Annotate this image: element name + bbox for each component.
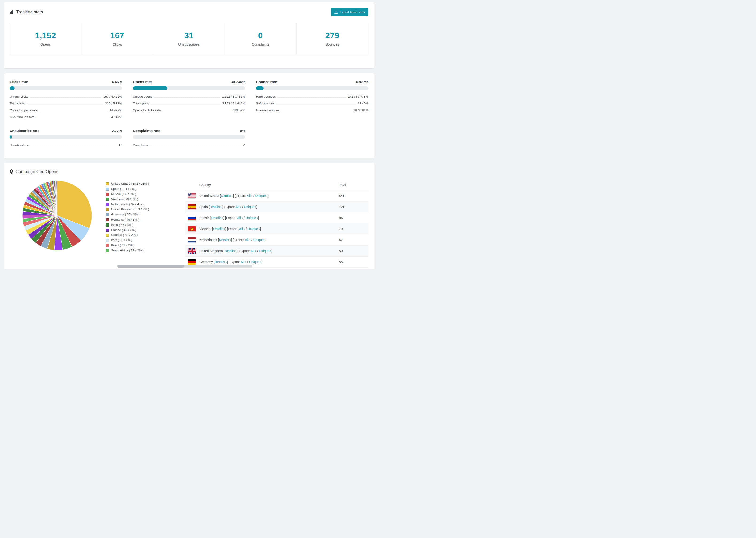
export-unique-link[interactable]: Unique ›: [244, 205, 256, 209]
rate-detail-label: Hard bounces: [256, 95, 276, 98]
flag-vn-icon: [188, 226, 196, 232]
details-link[interactable]: Details ›: [211, 216, 223, 220]
rate-detail-value: 4.147%: [111, 115, 122, 119]
details-link[interactable]: Details ›: [215, 260, 227, 264]
country-column-header: Country: [188, 183, 339, 187]
rate-detail-row: Hard bounces242 / 86.738%: [256, 93, 368, 100]
stat-box-clicks: 167 Clicks: [81, 23, 153, 55]
details-link[interactable]: Details ›: [219, 238, 231, 242]
rate-detail-value: 18 / 0%: [357, 102, 368, 105]
rate-detail-value: 242 / 86.738%: [348, 95, 368, 98]
export-all-link[interactable]: All ›: [237, 216, 243, 220]
geo-table-header: Country Total: [185, 180, 368, 190]
export-prefix-text: ] [Export:: [233, 194, 247, 198]
legend-item: Spain ( 121 / 7% ): [106, 187, 159, 191]
country-name: United States: [199, 194, 219, 198]
export-unique-link[interactable]: Unique ›: [255, 194, 268, 198]
bracket-text: ]: [256, 205, 257, 209]
horizontal-scrollbar-thumb[interactable]: [117, 265, 184, 268]
country-cell: United Kingdom [Details ›] [Export: All …: [199, 249, 339, 253]
bracket-text: [: [219, 194, 221, 198]
unsubscribe-rate-title: Unsubscribe rate: [10, 129, 39, 133]
legend-label: Romania ( 49 / 3% ): [111, 218, 139, 222]
geo-pie-chart: [22, 180, 92, 252]
complaints-count: 0: [225, 31, 296, 40]
legend-swatch: [106, 249, 109, 252]
horizontal-scrollbar[interactable]: [117, 265, 252, 268]
legend-item: India ( 46 / 3% ): [106, 223, 159, 227]
flag-gb-icon: [188, 248, 196, 254]
legend-label: Canada ( 40 / 2% ): [111, 233, 137, 237]
geo-table-row: United Kingdom [Details ›] [Export: All …: [185, 245, 368, 256]
export-all-link[interactable]: All ›: [241, 260, 246, 264]
opens-count: 1,152: [10, 31, 81, 40]
bounce-rate-block: Bounce rate 6.927% Hard bounces242 / 86.…: [256, 80, 368, 120]
rate-detail-value: 2,303 / 61.446%: [222, 102, 245, 105]
export-prefix-text: ] [Export:: [227, 260, 241, 264]
legend-label: France ( 42 / 2% ): [111, 228, 136, 232]
export-prefix-text: ] [Export:: [231, 238, 245, 242]
legend-swatch: [106, 224, 109, 227]
country-name: Russia: [199, 216, 209, 220]
details-link[interactable]: Details ›: [213, 227, 225, 231]
details-link[interactable]: Details ›: [221, 194, 233, 198]
tracking-stats-card: Tracking stats Export basic stats 1,152 …: [4, 2, 374, 68]
rate-detail-label: Total clicks: [10, 102, 25, 105]
flag-nl-icon: [188, 237, 196, 243]
dotted-leader: [162, 111, 231, 111]
export-prefix-text: ] [Export:: [222, 205, 236, 209]
details-link[interactable]: Details ›: [210, 205, 222, 209]
export-all-link[interactable]: All ›: [245, 238, 250, 242]
legend-label: Netherlands ( 67 / 4% ): [111, 202, 144, 206]
legend-item: Italy ( 36 / 2% ): [106, 239, 159, 242]
map-pin-icon: [10, 170, 13, 174]
legend-label: Russia ( 86 / 5% ): [111, 192, 136, 196]
rate-detail-value: 167 / 4.456%: [103, 95, 122, 98]
export-all-link[interactable]: All ›: [236, 205, 241, 209]
bracket-text: ]: [258, 216, 259, 220]
rate-detail-label: Internal bounces: [256, 108, 279, 112]
legend-item: Germany ( 55 / 3% ): [106, 213, 159, 216]
export-unique-link[interactable]: Unique ›: [253, 238, 266, 242]
unsubscribe-rate-bar: [10, 135, 122, 139]
stat-box-bounces: 279 Bounces: [297, 23, 368, 55]
rate-detail-label: Clicks to opens rate: [10, 108, 37, 112]
stat-box-opens: 1,152 Opens: [10, 23, 81, 55]
legend-item: United States ( 541 / 31% ): [106, 182, 159, 186]
country-total: 55: [339, 260, 366, 264]
rate-detail-row: Clicks to opens rate14.497%: [10, 107, 122, 113]
flag-de-icon: [188, 259, 196, 265]
export-basic-stats-button[interactable]: Export basic stats: [331, 8, 368, 16]
export-prefix-text: ] [Export:: [237, 249, 250, 253]
export-unique-link[interactable]: Unique ›: [259, 249, 271, 253]
bounce-rate-bar-fill: [256, 86, 264, 90]
bracket-text: ]: [260, 227, 261, 231]
legend-swatch: [106, 203, 109, 206]
export-all-link[interactable]: All ›: [247, 194, 252, 198]
opens-rate-details: Unique opens1,152 / 30.736%Total opens2,…: [133, 93, 245, 113]
campaign-geo-opens-card: Campaign Geo Opens United States ( 541 /…: [4, 163, 374, 269]
opens-label: Opens: [10, 42, 81, 46]
unsubscribe-rate-block: Unsubscribe rate 0.77% Unsubscribes31: [10, 129, 122, 149]
export-unique-link[interactable]: Unique ›: [249, 260, 261, 264]
unsubscribe-rate-percent: 0.77%: [112, 129, 122, 133]
export-unique-link[interactable]: Unique ›: [247, 227, 260, 231]
legend-item: United Kingdom ( 59 / 3% ): [106, 208, 159, 211]
tracking-stats-title-text: Tracking stats: [16, 10, 43, 15]
country-name: United Kingdom: [199, 249, 223, 253]
details-link[interactable]: Details ›: [225, 249, 237, 253]
complaints-label: Complaints: [225, 42, 296, 46]
rate-detail-label: Unsubscribes: [10, 144, 29, 147]
country-cell: United States [Details ›] [Export: All ›…: [199, 194, 339, 198]
legend-item: Canada ( 40 / 2% ): [106, 233, 159, 237]
export-unique-link[interactable]: Unique ›: [245, 216, 258, 220]
export-all-link[interactable]: All ›: [250, 249, 256, 253]
rate-detail-value: 19 / 6.81%: [353, 108, 368, 112]
country-total: 59: [339, 249, 366, 253]
export-button-label: Export basic stats: [340, 10, 365, 14]
export-icon: [334, 10, 338, 14]
rate-detail-row: Unique opens1,152 / 30.736%: [133, 93, 245, 100]
export-all-link[interactable]: All ›: [239, 227, 244, 231]
stat-box-unsubscribes: 31 Unsubscribes: [153, 23, 225, 55]
geo-title: Campaign Geo Opens: [10, 169, 368, 174]
